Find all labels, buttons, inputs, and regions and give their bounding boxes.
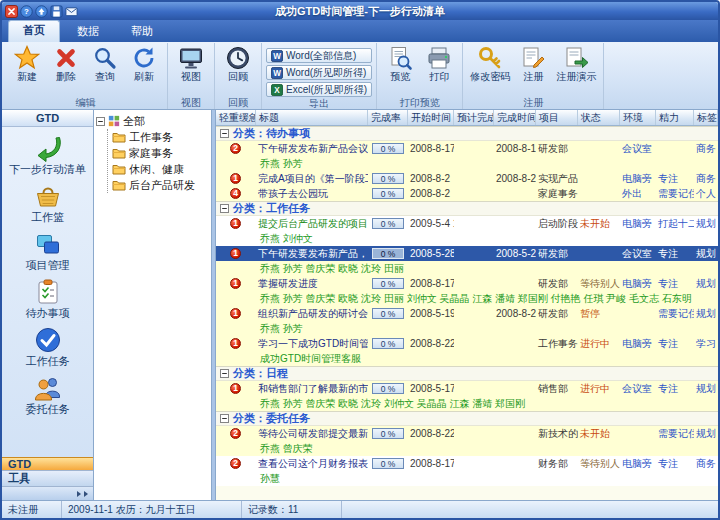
task-row[interactable]: 1完成A项目的《第一阶段工作进度》0 %2008-8-22008-8-2实现产品… bbox=[216, 171, 718, 186]
project-cell: 财务部 bbox=[536, 457, 578, 471]
assignees-row[interactable]: 孙慧 bbox=[216, 471, 718, 486]
refresh-button[interactable]: 刷新 bbox=[125, 44, 163, 83]
sidebar-item[interactable]: 待办事项 bbox=[2, 274, 93, 322]
search-button[interactable]: 查询 bbox=[86, 44, 124, 83]
sidebar-item[interactable]: 工作任务 bbox=[2, 322, 93, 370]
ribbon-group-label: 回顾 bbox=[219, 96, 257, 109]
column-header[interactable]: 标签 bbox=[694, 110, 718, 125]
word-export-button[interactable]: WWord(全部信息) bbox=[266, 48, 372, 63]
collapse-icon[interactable] bbox=[220, 369, 229, 378]
titlebar-icons: ? bbox=[2, 5, 78, 18]
task-row[interactable]: 2下午研发发布新产品会议0 %2008-8-172008-8-17研发部会议室商… bbox=[216, 141, 718, 156]
folder-icon bbox=[112, 147, 126, 159]
sidebar-item[interactable]: 委托任务 bbox=[2, 370, 93, 418]
group-header-row[interactable]: 分类：委托任务 bbox=[216, 411, 718, 426]
task-row[interactable]: 2等待公司研发部提交最新的产品0 %2008-8-22新技术的书未开始需要记住规… bbox=[216, 426, 718, 441]
priority-badge: 4 bbox=[230, 188, 241, 199]
assignees-row[interactable]: 成功GTD时间管理客服 bbox=[216, 351, 718, 366]
column-header[interactable]: 完成时间 bbox=[494, 110, 536, 125]
review-icon bbox=[225, 45, 251, 71]
sidebar-item[interactable]: 工作篮 bbox=[2, 178, 93, 226]
completion-cell: 0 % bbox=[368, 188, 408, 199]
demo-button[interactable]: 注册演示 bbox=[553, 44, 599, 83]
collapse-icon[interactable] bbox=[220, 414, 229, 423]
register-button[interactable]: 注册 bbox=[514, 44, 552, 83]
task-row[interactable]: 4带孩子去公园玩0 %2008-8-2家庭事务外出需要记住个人 bbox=[216, 186, 718, 201]
mail-icon[interactable] bbox=[65, 5, 78, 18]
assignees-row[interactable]: 乔燕 孙芳 曾庆荣 欧晓 沈玲 田丽 刘仲文 吴晶晶 江森 潘靖 郑国刚 付艳艳… bbox=[216, 291, 718, 306]
print-button[interactable]: 打印 bbox=[420, 44, 458, 83]
completion-box: 0 % bbox=[372, 248, 404, 259]
ribbon-tab[interactable]: 数据 bbox=[62, 21, 114, 42]
save-icon[interactable] bbox=[50, 5, 63, 18]
expand-icon[interactable] bbox=[96, 117, 105, 126]
tag-cell: 商务 bbox=[694, 457, 718, 471]
column-header[interactable]: 完成率 bbox=[368, 110, 408, 125]
task-row[interactable]: 2查看公司这个月财务报表，不过0 %2008-8-17财务部等待别人电脑旁专注商… bbox=[216, 456, 718, 471]
delete-button[interactable]: 删除 bbox=[47, 44, 85, 83]
tag-cell: 规划 bbox=[694, 277, 718, 291]
tag-cell: 商务 bbox=[694, 142, 718, 156]
collapse-icon[interactable] bbox=[220, 204, 229, 213]
up-icon[interactable] bbox=[35, 5, 48, 18]
group-header-row[interactable]: 分类：工作任务 bbox=[216, 201, 718, 216]
assignees-row[interactable]: 乔燕 刘仲文 bbox=[216, 231, 718, 246]
column-header[interactable]: 精力 bbox=[656, 110, 694, 125]
status-cell: 等待别人 bbox=[578, 277, 620, 291]
sidebar-item[interactable]: 项目管理 bbox=[2, 226, 93, 274]
task-row[interactable]: 1下午研发要发布新产品，和工程师0 %2008-5-282008-5-28研发部… bbox=[216, 246, 718, 261]
review-button[interactable]: 回顾 bbox=[219, 44, 257, 83]
tree-item[interactable]: 后台产品研发 bbox=[112, 177, 209, 193]
column-header[interactable]: 环境 bbox=[620, 110, 656, 125]
group-header-row[interactable]: 分类：待办事项 bbox=[216, 126, 718, 141]
priority-badge: 1 bbox=[230, 218, 241, 229]
view-button[interactable]: 视图 bbox=[172, 44, 210, 83]
column-header[interactable]: 轻重缓急 bbox=[216, 110, 256, 125]
word-icon: W bbox=[271, 67, 283, 79]
task-icon bbox=[34, 326, 62, 354]
new-button[interactable]: 新建 bbox=[8, 44, 46, 83]
project-cell: 研发部 bbox=[536, 307, 578, 321]
completion-cell: 0 % bbox=[368, 383, 408, 394]
task-row[interactable]: 1提交后台产品研发的项目启动书0 %2009-5-4 1启动阶段未开始电脑旁打起… bbox=[216, 216, 718, 231]
excel-export-button[interactable]: XExcel(所见即所得) bbox=[266, 82, 372, 97]
assignees-row[interactable]: 乔燕 孙芳 曾庆荣 欧晓 沈玲 刘仲文 吴晶晶 江森 潘靖 郑国刚 bbox=[216, 396, 718, 411]
ribbon-tab[interactable]: 帮助 bbox=[116, 21, 168, 42]
group-label: 分类：工作任务 bbox=[233, 201, 310, 216]
sidebar-strip[interactable] bbox=[2, 486, 93, 500]
tree-root[interactable]: 全部 bbox=[96, 113, 209, 129]
task-row[interactable]: 1组织新产品研发的研讨会，因原0 %2008-5-192008-8-22研发部暂… bbox=[216, 306, 718, 321]
password-button[interactable]: 修改密码 bbox=[467, 44, 513, 83]
tree-item[interactable]: 工作事务 bbox=[112, 129, 209, 145]
task-row[interactable]: 1学习一下成功GTD时间管理的使用0 %2008-8-22工作事务进行中电脑旁专… bbox=[216, 336, 718, 351]
tree-item[interactable]: 休闲、健康 bbox=[112, 161, 209, 177]
column-header[interactable]: 状态 bbox=[578, 110, 620, 125]
priority-cell: 2 bbox=[216, 143, 256, 154]
word-export-button[interactable]: WWord(所见即所得) bbox=[266, 65, 372, 80]
sidebar-section[interactable]: GTD bbox=[2, 457, 93, 470]
print-icon bbox=[426, 45, 452, 71]
task-row[interactable]: 1掌握研发进度0 %2008-8-17研发部等待别人电脑旁专注规划 bbox=[216, 276, 718, 291]
column-header[interactable]: 预计完成 bbox=[454, 110, 494, 125]
column-header[interactable]: 项目 bbox=[536, 110, 578, 125]
assignees-row[interactable]: 乔燕 孙芳 曾庆荣 欧晓 沈玲 田丽 bbox=[216, 261, 718, 276]
assignees-row[interactable]: 乔燕 孙芳 bbox=[216, 156, 718, 171]
collapse-icon[interactable] bbox=[220, 129, 229, 138]
sidebar-section[interactable]: 工具 bbox=[2, 470, 93, 486]
help-icon[interactable]: ? bbox=[20, 5, 33, 18]
view-icon bbox=[178, 45, 204, 71]
column-header[interactable]: 标题 bbox=[256, 110, 368, 125]
task-row[interactable]: 1和销售部门了解最新的市场动向0 %2008-5-17销售部进行中会议室专注规划 bbox=[216, 381, 718, 396]
project-icon bbox=[34, 230, 62, 258]
column-header[interactable]: 开始时间 bbox=[408, 110, 454, 125]
group-header-row[interactable]: 分类：日程 bbox=[216, 366, 718, 381]
delete-icon bbox=[53, 45, 79, 71]
status-cell: 暂停 bbox=[578, 307, 620, 321]
assignees-row[interactable]: 乔燕 孙芳 bbox=[216, 321, 718, 336]
tree-item[interactable]: 家庭事务 bbox=[112, 145, 209, 161]
preview-button[interactable]: 预览 bbox=[381, 44, 419, 83]
assignees-row[interactable]: 乔燕 曾庆荣 bbox=[216, 441, 718, 456]
close-icon[interactable] bbox=[5, 5, 18, 18]
ribbon-tab[interactable]: 首页 bbox=[8, 20, 60, 42]
sidebar-item[interactable]: 下一步行动清单 bbox=[2, 130, 93, 178]
